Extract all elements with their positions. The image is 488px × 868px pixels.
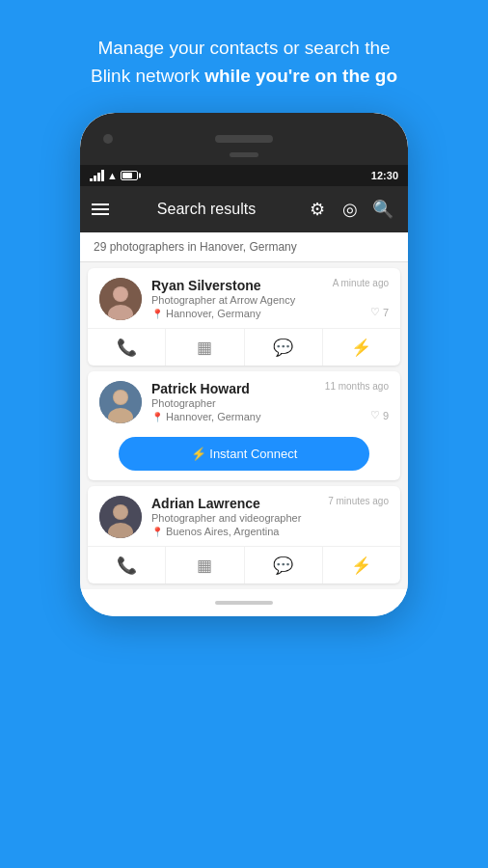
sensor <box>230 152 258 157</box>
action-row-ryan: 📞 ▦ 💬 ⚡ <box>88 328 400 366</box>
phone-bezel-bottom <box>80 589 408 616</box>
contact-card-patrick: Patrick Howard Photographer 📍 Hannover, … <box>88 371 400 480</box>
filter-icon[interactable]: ⚙ <box>304 196 331 223</box>
action-row-adrian: 📞 ▦ 💬 ⚡ <box>88 546 400 583</box>
contact-card-ryan: Ryan Silverstone Photographer at Arrow A… <box>88 268 400 366</box>
chat-btn-ryan[interactable]: 💬 <box>245 329 323 366</box>
filter-bar: 29 photographers in Hanover, Germany <box>80 232 408 262</box>
status-icons: ▲ <box>90 170 138 181</box>
contact-header-adrian: Adrian Lawrence Photographer and videogr… <box>88 486 400 546</box>
speaker <box>215 135 273 143</box>
contact-header-ryan: Ryan Silverstone Photographer at Arrow A… <box>88 268 400 328</box>
status-time: 12:30 <box>371 170 398 181</box>
location-icon[interactable]: ◎ <box>337 196 364 223</box>
camera <box>103 134 113 144</box>
instant-btn-adrian[interactable]: ⚡ <box>323 547 400 583</box>
call-btn-ryan[interactable]: 📞 <box>88 329 166 366</box>
svg-point-7 <box>114 391 127 404</box>
location-pin-ryan: 📍 <box>151 309 163 319</box>
contact-role-patrick: Photographer <box>151 397 389 409</box>
avatar-patrick <box>99 381 142 423</box>
svg-point-11 <box>114 505 127 519</box>
svg-point-3 <box>114 287 127 301</box>
search-icon[interactable]: 🔍 <box>369 196 396 223</box>
contact-location-adrian: 📍 Buenos Aires, Argentina <box>151 526 389 537</box>
signal-icon <box>90 170 104 181</box>
location-pin-adrian: 📍 <box>151 527 163 537</box>
content-area: 29 photographers in Hanover, Germany Rya… <box>80 232 408 589</box>
video-btn-ryan[interactable]: ▦ <box>166 329 244 366</box>
contact-role-ryan: Photographer at Arrow Agency <box>151 294 389 306</box>
home-indicator <box>215 601 273 605</box>
status-bar: ▲ 12:30 <box>80 165 408 186</box>
call-btn-adrian[interactable]: 📞 <box>88 547 166 583</box>
phone-bezel-top <box>80 113 408 165</box>
timestamp-adrian: 7 minutes ago <box>328 496 389 506</box>
timestamp-patrick: 11 months ago <box>325 381 389 392</box>
hamburger-menu[interactable] <box>92 203 109 215</box>
app-bar-title: Search results <box>117 201 296 218</box>
video-btn-adrian[interactable]: ▦ <box>166 547 244 583</box>
location-pin-patrick: 📍 <box>151 412 163 422</box>
like-count-patrick: ♡9 <box>370 409 389 421</box>
avatar-ryan <box>99 278 142 320</box>
like-count-ryan: ♡7 <box>370 306 389 318</box>
contact-card-adrian: Adrian Lawrence Photographer and videogr… <box>88 486 400 583</box>
avatar-adrian <box>99 496 142 538</box>
wifi-icon: ▲ <box>107 170 118 181</box>
contact-header-patrick: Patrick Howard Photographer 📍 Hannover, … <box>88 371 400 431</box>
instant-connect-patrick[interactable]: ⚡ Instant Connect <box>119 437 368 471</box>
contact-location-ryan: 📍 Hannover, Germany <box>151 308 389 319</box>
app-bar-icons: ⚙ ◎ 🔍 <box>304 196 396 223</box>
phone-mockup: ▲ 12:30 Search results ⚙ ◎ 🔍 29 photogra… <box>80 113 408 616</box>
contact-location-patrick: 📍 Hannover, Germany <box>151 411 389 422</box>
instant-btn-ryan[interactable]: ⚡ <box>323 329 400 366</box>
chat-btn-adrian[interactable]: 💬 <box>245 547 323 583</box>
timestamp-ryan: A minute ago <box>333 278 389 288</box>
header-text: Manage your contacts or search the Blink… <box>52 0 436 113</box>
battery-icon <box>121 171 138 180</box>
contact-role-adrian: Photographer and videographer <box>151 512 389 524</box>
app-bar: Search results ⚙ ◎ 🔍 <box>80 186 408 232</box>
